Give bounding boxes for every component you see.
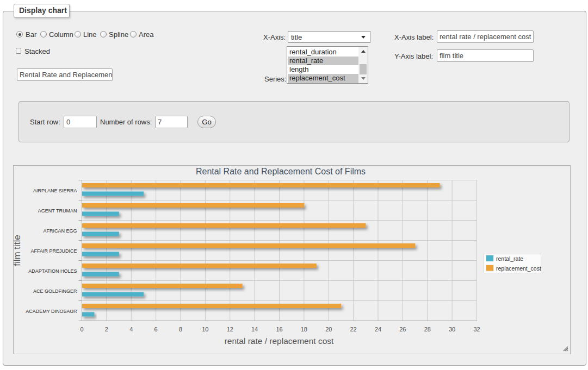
svg-text:AFFAIR PREJUDICE: AFFAIR PREJUDICE: [30, 248, 77, 254]
svg-text:12: 12: [227, 326, 233, 333]
svg-text:AIRPLANE SIERRA: AIRPLANE SIERRA: [33, 188, 77, 193]
svg-text:2: 2: [105, 326, 108, 333]
svg-text:ACADEMY DINOSAUR: ACADEMY DINOSAUR: [26, 309, 77, 314]
svg-text:32: 32: [473, 326, 480, 333]
svg-text:ACE GOLDFINGER: ACE GOLDFINGER: [33, 289, 77, 294]
svg-text:14: 14: [251, 326, 258, 333]
svg-text:8: 8: [179, 326, 182, 333]
svg-text:16: 16: [276, 326, 282, 333]
svg-text:20: 20: [325, 326, 332, 333]
svg-text:replacement_cost: replacement_cost: [496, 265, 541, 272]
svg-text:6: 6: [154, 326, 158, 333]
svg-text:26: 26: [399, 326, 406, 333]
svg-text:film title: film title: [14, 235, 22, 266]
svg-text:30: 30: [449, 326, 455, 333]
svg-text:22: 22: [350, 326, 356, 333]
svg-text:28: 28: [424, 326, 431, 333]
svg-text:ADAPTATION HOLES: ADAPTATION HOLES: [28, 268, 77, 274]
svg-text:4: 4: [129, 326, 133, 333]
svg-text:AGENT TRUMAN: AGENT TRUMAN: [38, 208, 77, 214]
svg-text:rental rate / replacement cost: rental rate / replacement cost: [225, 336, 334, 346]
svg-text:0: 0: [80, 326, 83, 333]
svg-text:24: 24: [375, 326, 381, 333]
svg-text:10: 10: [202, 326, 208, 333]
svg-text:18: 18: [301, 326, 307, 333]
svg-text:AFRICAN EGG: AFRICAN EGG: [43, 228, 77, 234]
svg-text:rental_rate: rental_rate: [496, 255, 523, 262]
svg-text:Rental Rate and Replacement Co: Rental Rate and Replacement Cost of Film…: [196, 167, 366, 176]
